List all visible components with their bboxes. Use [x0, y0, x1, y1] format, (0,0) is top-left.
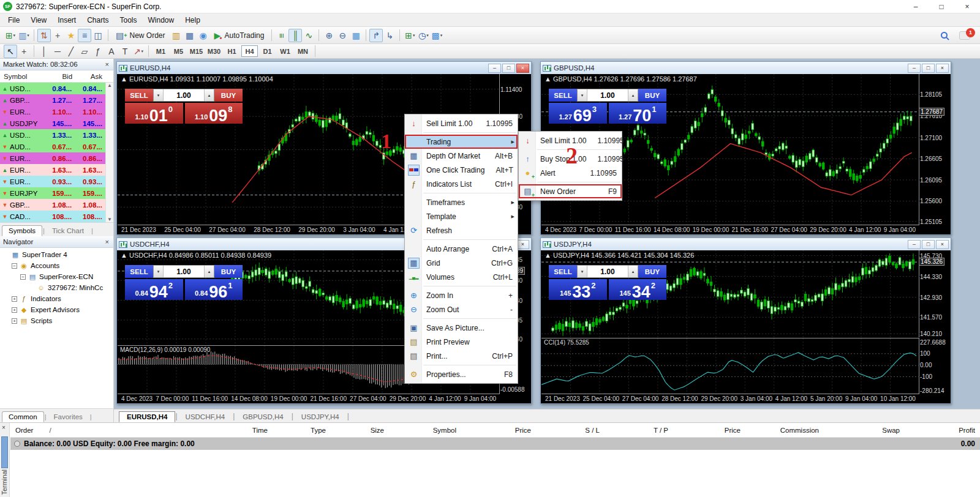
indicators-add-icon[interactable]: ↱ [369, 29, 383, 42]
buy-button[interactable]: BUY [638, 89, 666, 102]
market-watch-row[interactable]: ▼EUR...1.10...1.10... [0, 106, 113, 118]
chart-close-icon[interactable]: × [936, 240, 949, 249]
buy-price-button[interactable]: 1.27701 [609, 103, 667, 124]
navigator-item-scripts[interactable]: +▤Scripts [0, 315, 113, 326]
bar-chart-icon[interactable]: ≡ [275, 29, 288, 42]
chart-shift-icon[interactable]: ⇅ [37, 29, 51, 42]
market-watch-tab-tick-chart[interactable]: Tick Chart [45, 225, 91, 236]
templates-icon[interactable]: ▩▾ [430, 29, 443, 42]
menu-file[interactable]: File [2, 13, 25, 26]
navigator-item-expert-advisors[interactable]: +◆Expert Advisors [0, 304, 113, 315]
chart-window-usdjpy-h4[interactable]: USDJPY,H4–□×▲ USDJPY,H4 145.366 145.421 … [540, 237, 951, 404]
market-watch-row[interactable]: ▲USDJPY145....145.... [0, 118, 113, 129]
collapse-icon[interactable]: − [20, 274, 26, 280]
cursor-tool-icon[interactable]: ↖ [4, 45, 17, 58]
timeframe-m15[interactable]: M15 [188, 45, 205, 57]
chart-restore-icon[interactable]: □ [502, 64, 515, 73]
timeframe-d1[interactable]: D1 [259, 45, 276, 57]
favorites-icon[interactable]: ★ [64, 29, 78, 42]
menu-charts[interactable]: Charts [81, 13, 114, 26]
market-watch-close-icon[interactable]: × [104, 61, 110, 68]
periods-icon[interactable]: ◷▾ [417, 29, 430, 42]
volume-stepper[interactable]: ▼1.00▲ [577, 265, 638, 278]
sell-button[interactable]: SELL [549, 265, 577, 278]
menu-insert[interactable]: Insert [52, 13, 81, 26]
chart-tab-usdchf-h4[interactable]: USDCHF,H4 [178, 411, 233, 422]
timeframe-mn[interactable]: MN [295, 45, 311, 57]
menu-item-zoom-in[interactable]: ⊕Zoom In+ [405, 288, 518, 302]
navigator-item-3279672-minhcc[interactable]: ☺3279672: MinhCc [0, 282, 113, 293]
volume-up-icon[interactable]: ▲ [204, 89, 214, 101]
label-tool-icon[interactable]: T [118, 45, 132, 58]
chart-tab-usdjpy-h4[interactable]: USDJPY,H4 [293, 411, 347, 422]
channel-tool-icon[interactable]: ▱ [78, 45, 91, 58]
menu-item-sell-limit-1-00[interactable]: ↓Sell Limit 1.001.10995 [405, 116, 518, 130]
column-symbol[interactable]: Symbol [0, 73, 45, 80]
sell-button[interactable]: SELL [125, 265, 153, 278]
expand-icon[interactable]: + [12, 296, 17, 302]
column-bid[interactable]: Bid [45, 73, 75, 80]
menu-item-properties[interactable]: ⚙Properties...F8 [405, 367, 518, 381]
navigator-tab-favorites[interactable]: Favorites [47, 411, 89, 422]
terminal-column-symbol[interactable]: Symbol [389, 427, 461, 434]
terminal-close-icon[interactable]: × [2, 424, 6, 431]
menu-item-new-order[interactable]: ▤+New OrderF9 [519, 184, 622, 198]
volume-value[interactable]: 1.00 [164, 266, 204, 277]
terminal-column-price-2[interactable]: Price [673, 427, 745, 434]
market-signals-icon[interactable]: ◉ [197, 29, 210, 42]
depth-of-market-icon[interactable]: ▦ [183, 29, 197, 42]
volume-down-icon[interactable]: ▼ [154, 89, 164, 101]
market-watch-tab-symbols[interactable]: Symbols [2, 225, 42, 236]
menu-item-trading[interactable]: Trading▶ [405, 135, 518, 149]
chart-plot-area[interactable]: ▲ USDJPY,H4 145.366 145.421 145.304 145.… [541, 250, 919, 337]
line-chart-icon[interactable]: ∿ [302, 29, 315, 42]
market-watch-row[interactable]: ▲USD...1.33...1.33... [0, 129, 113, 141]
chart-tab-eurusd-h4[interactable]: EURUSD,H4 [119, 411, 175, 422]
candlestick-chart-icon[interactable]: ║ [288, 29, 302, 42]
market-watch-row[interactable]: ▼CAD...108....108.... [0, 211, 113, 222]
menu-item-volumes[interactable]: ▁▄▂VolumesCtrl+L [405, 270, 518, 284]
sell-price-button[interactable]: 145332 [549, 279, 607, 300]
menu-item-refresh[interactable]: ⟳Refresh [405, 223, 518, 237]
shapes-tool-icon[interactable]: ↗▾ [132, 45, 145, 58]
indicator-pane[interactable]: CCI(14) 75.5285 [541, 338, 919, 394]
expand-icon[interactable]: + [12, 307, 17, 313]
terminal-column-type[interactable]: Type [273, 427, 331, 434]
volume-stepper[interactable]: ▼1.00▲ [153, 89, 214, 102]
market-watch-row[interactable]: ▲EUR...1.63...1.63... [0, 164, 113, 176]
menu-item-print[interactable]: ▤Print...Ctrl+P [405, 349, 518, 363]
tile-windows-icon[interactable]: ▦ [349, 29, 363, 42]
navigator-item-supertrader-4[interactable]: ▦SuperTrader 4 [0, 249, 113, 260]
chart-window-titlebar[interactable]: USDJPY,H4–□× [541, 238, 951, 250]
market-watch-row[interactable]: ▼AUD...0.67...0.67... [0, 141, 113, 152]
data-window-icon[interactable]: ◫ [91, 29, 105, 42]
terminal-column-order[interactable]: Order/ [10, 427, 194, 434]
navigator-item-accounts[interactable]: −◉Accounts [0, 260, 113, 271]
volume-stepper[interactable]: ▼1.00▲ [153, 265, 214, 278]
menu-item-auto-arrange[interactable]: Auto ArrangeCtrl+A [405, 242, 518, 256]
volume-down-icon[interactable]: ▼ [578, 266, 587, 277]
add-chart-icon[interactable]: ⊞▾ [403, 29, 417, 42]
title-bar[interactable]: SF 3279672: SuperForex-ECN - SuperFin Co… [0, 0, 980, 13]
navigator-item-indicators[interactable]: +ƒIndicators [0, 293, 113, 304]
chart-minimize-icon[interactable]: – [488, 64, 501, 73]
volume-down-icon[interactable]: ▼ [154, 266, 164, 277]
terminal-column-profit[interactable]: Profit [905, 427, 980, 434]
scroll-down-icon[interactable]: ▼ [107, 217, 112, 222]
menu-item-print-preview[interactable]: ▤Print Preview [405, 335, 518, 349]
buy-price-button[interactable]: 145342 [609, 279, 667, 300]
volume-up-icon[interactable]: ▲ [204, 266, 214, 277]
menu-item-one-click-trading[interactable]: One Click TradingAlt+T [405, 163, 518, 177]
new-chart-icon[interactable]: ⊞▾ [4, 29, 17, 42]
expand-icon[interactable]: + [12, 318, 17, 324]
market-watch-row[interactable]: ▲USD...0.84...0.84... [0, 83, 113, 94]
zoom-out-icon[interactable]: ⊖ [336, 29, 349, 42]
timeframe-h1[interactable]: H1 [224, 45, 240, 57]
chart-tab-gbpusd-h4[interactable]: GBPUSD,H4 [235, 411, 291, 422]
terminal-column-swap[interactable]: Swap [824, 427, 905, 434]
trendline-tool-icon[interactable]: ╱ [64, 45, 78, 58]
search-icon[interactable] [937, 29, 951, 42]
minimize-icon[interactable]: – [903, 0, 929, 13]
timeframe-m5[interactable]: M5 [170, 45, 187, 57]
close-icon[interactable]: × [954, 0, 980, 13]
